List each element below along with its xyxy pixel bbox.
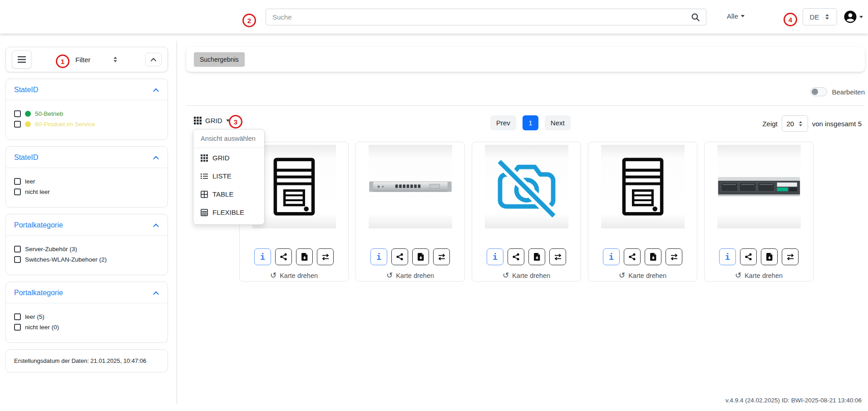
share-button[interactable]	[391, 248, 408, 265]
filter-title: Filter	[75, 56, 90, 64]
checkbox[interactable]	[14, 246, 21, 253]
user-menu[interactable]	[843, 10, 863, 24]
sort-icon[interactable]	[113, 56, 118, 64]
export-button[interactable]	[296, 248, 313, 265]
product-card: i ↺ Karte drehen	[588, 142, 697, 282]
view-menu-item-grid[interactable]: GRID	[193, 149, 264, 166]
annotation-3-view: 3	[229, 115, 242, 129]
swap-arrows-icon	[554, 253, 562, 261]
info-button[interactable]: i	[603, 248, 620, 265]
chevron-up-icon[interactable]	[153, 155, 159, 160]
compare-button[interactable]	[317, 248, 334, 265]
card-actions: i	[487, 248, 566, 265]
checkbox[interactable]	[14, 188, 21, 195]
filter-section-header[interactable]: Portalkategorie	[6, 282, 168, 303]
compare-button[interactable]	[782, 248, 799, 265]
info-button[interactable]: i	[254, 248, 271, 265]
filter-header-card: Filter	[5, 47, 168, 72]
sidebar-toggle-button[interactable]	[12, 50, 32, 69]
flip-card-label: Karte drehen	[396, 272, 434, 279]
checkbox[interactable]	[14, 313, 21, 320]
export-button[interactable]	[761, 248, 778, 265]
checkbox[interactable]	[14, 178, 21, 185]
chevron-up-icon[interactable]	[153, 88, 159, 92]
filter-section-title: Portalkategorie	[14, 289, 63, 297]
view-menu-item-liste[interactable]: LISTE	[193, 168, 264, 184]
filter-option: leer	[14, 178, 159, 185]
up-down-icon	[798, 121, 803, 127]
product-image-rack-server	[717, 145, 801, 228]
flip-card-label: Karte drehen	[628, 272, 666, 279]
export-button[interactable]	[412, 248, 429, 265]
filter-section-header[interactable]: StateID	[6, 79, 168, 100]
share-button[interactable]	[275, 248, 292, 265]
filter-option-label: Switches-WLAN-Zubehoer (2)	[25, 256, 107, 263]
checkbox[interactable]	[14, 110, 21, 117]
checkbox[interactable]	[14, 324, 21, 331]
flip-card-button[interactable]: ↺ Karte drehen	[619, 272, 666, 279]
checkbox[interactable]	[14, 256, 21, 263]
toggle-knob	[812, 89, 818, 95]
info-icon: i	[725, 252, 730, 262]
language-select[interactable]: DE	[803, 8, 837, 25]
page-size-select[interactable]: 20	[782, 115, 808, 132]
checkbox[interactable]	[14, 121, 21, 128]
compare-button[interactable]	[666, 248, 682, 265]
view-menu-item-flexible[interactable]: FLEXIBLE	[193, 204, 264, 221]
info-button[interactable]: i	[370, 248, 387, 265]
status-dot	[25, 111, 31, 117]
flip-card-button[interactable]: ↺ Karte drehen	[270, 272, 318, 279]
search-scope-label: Alle	[727, 12, 738, 20]
share-button[interactable]	[740, 248, 757, 265]
tab-suchergebnis[interactable]: Suchergebnis	[194, 52, 245, 67]
search-scope-dropdown[interactable]: Alle	[727, 12, 745, 20]
product-card: i ↺ Karte drehen	[704, 142, 814, 282]
product-card: i ↺ Karte drehen	[355, 142, 465, 282]
file-download-icon	[417, 253, 424, 261]
flip-card-button[interactable]: ↺ Karte drehen	[386, 272, 434, 279]
tower-server-icon	[272, 158, 316, 216]
swap-arrows-icon	[670, 253, 678, 261]
search-button[interactable]	[685, 9, 706, 25]
filter-section-header[interactable]: Portalkategorie	[6, 214, 168, 236]
language-value: DE	[810, 13, 819, 21]
compare-button[interactable]	[549, 248, 566, 265]
export-button[interactable]	[528, 248, 545, 265]
filter-section-header[interactable]: StateID	[6, 147, 168, 168]
pagination-page-1-button[interactable]: 1	[523, 115, 538, 130]
rotate-ccw-icon: ↺	[386, 272, 393, 279]
chevron-up-icon[interactable]	[153, 223, 159, 228]
chevron-up-icon[interactable]	[153, 291, 159, 295]
view-selector-label: GRID	[205, 117, 222, 124]
flip-card-button[interactable]: ↺ Karte drehen	[735, 272, 783, 279]
search-box	[266, 9, 706, 25]
export-button[interactable]	[645, 248, 661, 265]
up-down-icon	[824, 14, 830, 20]
filter-section-portalkategorie-1: Portalkategorie Server-Zubehör (3) Switc…	[5, 214, 168, 275]
pagination-prev-button[interactable]: Prev	[490, 115, 516, 130]
compare-button[interactable]	[433, 248, 450, 265]
info-button[interactable]: i	[719, 248, 736, 265]
card-actions: i	[370, 248, 450, 265]
view-selector-button[interactable]: GRID	[194, 117, 230, 124]
pagination-next-button[interactable]: Next	[545, 115, 571, 130]
share-button[interactable]	[624, 248, 641, 265]
flip-card-button[interactable]: ↺ Karte drehen	[503, 272, 550, 279]
sidebar-collapse-button[interactable]	[145, 53, 162, 66]
view-menu-title: Ansicht auswählen	[193, 129, 264, 148]
filter-section-stateid-1: StateID 50-Betrieb 60-Produkt im Service	[5, 79, 168, 140]
info-icon: i	[493, 252, 498, 262]
share-button[interactable]	[508, 248, 524, 265]
view-menu-item-label: GRID	[212, 154, 230, 162]
camera-off-icon	[493, 153, 561, 221]
creation-date-note: Erstellungsdatum der Daten: 21.01.2025, …	[5, 349, 168, 372]
search-input[interactable]	[266, 13, 685, 21]
sidebar-divider	[177, 41, 177, 404]
view-menu-item-table[interactable]: TABLE	[193, 186, 264, 203]
edit-toggle[interactable]	[810, 87, 827, 96]
product-image-tower-server	[601, 145, 685, 228]
filter-section-title: StateID	[14, 86, 38, 94]
tower-server-icon	[621, 158, 665, 216]
page: Alle DE 2 4 1 3 Filter	[0, 0, 868, 411]
info-button[interactable]: i	[487, 248, 503, 265]
